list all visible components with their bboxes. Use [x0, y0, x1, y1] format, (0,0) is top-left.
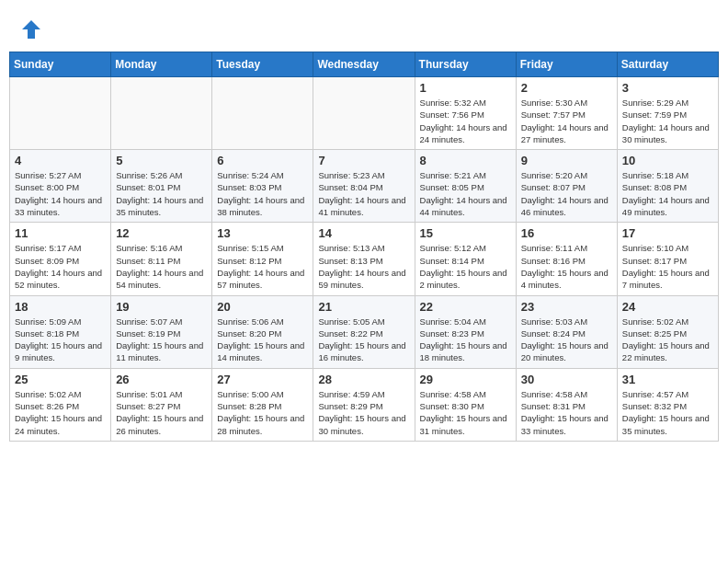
day-info: Sunrise: 5:09 AM Sunset: 8:18 PM Dayligh… — [15, 316, 106, 364]
calendar-cell: 28Sunrise: 4:59 AM Sunset: 8:29 PM Dayli… — [313, 368, 415, 441]
calendar-cell: 22Sunrise: 5:04 AM Sunset: 8:23 PM Dayli… — [415, 295, 516, 368]
weekday-header-wednesday: Wednesday — [313, 52, 415, 77]
calendar-cell: 13Sunrise: 5:15 AM Sunset: 8:12 PM Dayli… — [212, 223, 313, 295]
day-info: Sunrise: 5:17 AM Sunset: 8:09 PM Dayligh… — [15, 242, 106, 291]
calendar-cell — [10, 77, 111, 150]
calendar-cell: 2Sunrise: 5:30 AM Sunset: 7:57 PM Daylig… — [516, 77, 617, 150]
logo — [18, 17, 48, 42]
calendar-cell: 20Sunrise: 5:06 AM Sunset: 8:20 PM Dayli… — [212, 295, 313, 368]
day-info: Sunrise: 4:59 AM Sunset: 8:29 PM Dayligh… — [318, 388, 409, 437]
day-info: Sunrise: 5:02 AM Sunset: 8:25 PM Dayligh… — [622, 316, 713, 364]
calendar-cell: 4Sunrise: 5:27 AM Sunset: 8:00 PM Daylig… — [10, 150, 111, 223]
calendar-header-row: SundayMondayTuesdayWednesdayThursdayFrid… — [10, 52, 719, 77]
calendar-cell: 6Sunrise: 5:24 AM Sunset: 8:03 PM Daylig… — [212, 150, 313, 223]
day-info: Sunrise: 5:06 AM Sunset: 8:20 PM Dayligh… — [217, 316, 308, 364]
day-number: 3 — [622, 81, 713, 95]
calendar-cell: 31Sunrise: 4:57 AM Sunset: 8:32 PM Dayli… — [617, 368, 718, 441]
weekday-header-sunday: Sunday — [10, 52, 111, 77]
day-info: Sunrise: 5:11 AM Sunset: 8:16 PM Dayligh… — [521, 242, 612, 291]
calendar-cell — [212, 77, 313, 150]
weekday-header-friday: Friday — [516, 52, 617, 77]
calendar-cell — [111, 77, 212, 150]
day-number: 28 — [318, 373, 409, 386]
calendar-table: SundayMondayTuesdayWednesdayThursdayFrid… — [9, 52, 719, 442]
weekday-header-thursday: Thursday — [415, 52, 516, 77]
day-number: 30 — [521, 373, 612, 386]
day-number: 11 — [15, 226, 106, 240]
day-number: 17 — [622, 226, 713, 240]
day-number: 20 — [217, 300, 308, 314]
day-number: 15 — [420, 226, 511, 240]
day-info: Sunrise: 4:57 AM Sunset: 8:32 PM Dayligh… — [622, 388, 713, 437]
calendar-cell: 26Sunrise: 5:01 AM Sunset: 8:27 PM Dayli… — [111, 368, 212, 441]
calendar-cell: 17Sunrise: 5:10 AM Sunset: 8:17 PM Dayli… — [617, 223, 718, 295]
calendar-cell: 11Sunrise: 5:17 AM Sunset: 8:09 PM Dayli… — [10, 223, 111, 295]
day-info: Sunrise: 5:03 AM Sunset: 8:24 PM Dayligh… — [521, 316, 612, 364]
day-number: 18 — [15, 300, 106, 314]
calendar-cell — [313, 77, 415, 150]
page-header — [9, 9, 719, 46]
svg-marker-0 — [22, 20, 40, 39]
day-number: 9 — [521, 154, 612, 167]
calendar-cell: 10Sunrise: 5:18 AM Sunset: 8:08 PM Dayli… — [617, 150, 718, 223]
weekday-header-saturday: Saturday — [617, 52, 718, 77]
day-info: Sunrise: 4:58 AM Sunset: 8:31 PM Dayligh… — [521, 388, 612, 437]
day-number: 22 — [420, 300, 511, 314]
calendar-cell: 3Sunrise: 5:29 AM Sunset: 7:59 PM Daylig… — [617, 77, 718, 150]
day-info: Sunrise: 5:23 AM Sunset: 8:04 PM Dayligh… — [318, 169, 409, 218]
calendar-cell: 19Sunrise: 5:07 AM Sunset: 8:19 PM Dayli… — [111, 295, 212, 368]
day-number: 14 — [318, 226, 409, 240]
calendar-cell: 12Sunrise: 5:16 AM Sunset: 8:11 PM Dayli… — [111, 223, 212, 295]
logo-icon — [18, 17, 44, 42]
day-number: 21 — [318, 300, 409, 314]
day-info: Sunrise: 5:21 AM Sunset: 8:05 PM Dayligh… — [420, 169, 511, 218]
calendar-cell: 15Sunrise: 5:12 AM Sunset: 8:14 PM Dayli… — [415, 223, 516, 295]
day-number: 6 — [217, 154, 308, 167]
day-info: Sunrise: 5:05 AM Sunset: 8:22 PM Dayligh… — [318, 316, 409, 364]
day-number: 7 — [318, 154, 409, 167]
calendar-week-row: 25Sunrise: 5:02 AM Sunset: 8:26 PM Dayli… — [10, 368, 719, 441]
day-info: Sunrise: 5:16 AM Sunset: 8:11 PM Dayligh… — [116, 242, 207, 291]
calendar-cell: 7Sunrise: 5:23 AM Sunset: 8:04 PM Daylig… — [313, 150, 415, 223]
day-info: Sunrise: 5:32 AM Sunset: 7:56 PM Dayligh… — [420, 97, 511, 145]
calendar-cell: 27Sunrise: 5:00 AM Sunset: 8:28 PM Dayli… — [212, 368, 313, 441]
day-info: Sunrise: 5:07 AM Sunset: 8:19 PM Dayligh… — [116, 316, 207, 364]
day-info: Sunrise: 5:04 AM Sunset: 8:23 PM Dayligh… — [420, 316, 511, 364]
calendar-cell: 18Sunrise: 5:09 AM Sunset: 8:18 PM Dayli… — [10, 295, 111, 368]
calendar-cell: 30Sunrise: 4:58 AM Sunset: 8:31 PM Dayli… — [516, 368, 617, 441]
calendar-cell: 24Sunrise: 5:02 AM Sunset: 8:25 PM Dayli… — [617, 295, 718, 368]
calendar-week-row: 11Sunrise: 5:17 AM Sunset: 8:09 PM Dayli… — [10, 223, 719, 295]
day-info: Sunrise: 5:13 AM Sunset: 8:13 PM Dayligh… — [318, 242, 409, 291]
day-info: Sunrise: 5:10 AM Sunset: 8:17 PM Dayligh… — [622, 242, 713, 291]
day-number: 26 — [116, 373, 207, 386]
day-number: 5 — [116, 154, 207, 167]
day-info: Sunrise: 5:01 AM Sunset: 8:27 PM Dayligh… — [116, 388, 207, 437]
weekday-header-monday: Monday — [111, 52, 212, 77]
day-info: Sunrise: 5:15 AM Sunset: 8:12 PM Dayligh… — [217, 242, 308, 291]
day-number: 8 — [420, 154, 511, 167]
day-info: Sunrise: 5:29 AM Sunset: 7:59 PM Dayligh… — [622, 97, 713, 145]
calendar-cell: 8Sunrise: 5:21 AM Sunset: 8:05 PM Daylig… — [415, 150, 516, 223]
day-number: 2 — [521, 81, 612, 95]
calendar-cell: 5Sunrise: 5:26 AM Sunset: 8:01 PM Daylig… — [111, 150, 212, 223]
day-info: Sunrise: 5:20 AM Sunset: 8:07 PM Dayligh… — [521, 169, 612, 218]
calendar-cell: 9Sunrise: 5:20 AM Sunset: 8:07 PM Daylig… — [516, 150, 617, 223]
day-number: 24 — [622, 300, 713, 314]
calendar-cell: 1Sunrise: 5:32 AM Sunset: 7:56 PM Daylig… — [415, 77, 516, 150]
calendar-cell: 16Sunrise: 5:11 AM Sunset: 8:16 PM Dayli… — [516, 223, 617, 295]
calendar-cell: 25Sunrise: 5:02 AM Sunset: 8:26 PM Dayli… — [10, 368, 111, 441]
day-info: Sunrise: 5:02 AM Sunset: 8:26 PM Dayligh… — [15, 388, 106, 437]
calendar-cell: 21Sunrise: 5:05 AM Sunset: 8:22 PM Dayli… — [313, 295, 415, 368]
day-number: 23 — [521, 300, 612, 314]
day-number: 16 — [521, 226, 612, 240]
calendar-week-row: 18Sunrise: 5:09 AM Sunset: 8:18 PM Dayli… — [10, 295, 719, 368]
day-number: 1 — [420, 81, 511, 95]
calendar-cell: 14Sunrise: 5:13 AM Sunset: 8:13 PM Dayli… — [313, 223, 415, 295]
day-number: 13 — [217, 226, 308, 240]
calendar-week-row: 1Sunrise: 5:32 AM Sunset: 7:56 PM Daylig… — [10, 77, 719, 150]
day-info: Sunrise: 5:27 AM Sunset: 8:00 PM Dayligh… — [15, 169, 106, 218]
calendar-cell: 29Sunrise: 4:58 AM Sunset: 8:30 PM Dayli… — [415, 368, 516, 441]
calendar-cell: 23Sunrise: 5:03 AM Sunset: 8:24 PM Dayli… — [516, 295, 617, 368]
day-number: 10 — [622, 154, 713, 167]
day-info: Sunrise: 5:30 AM Sunset: 7:57 PM Dayligh… — [521, 97, 612, 145]
